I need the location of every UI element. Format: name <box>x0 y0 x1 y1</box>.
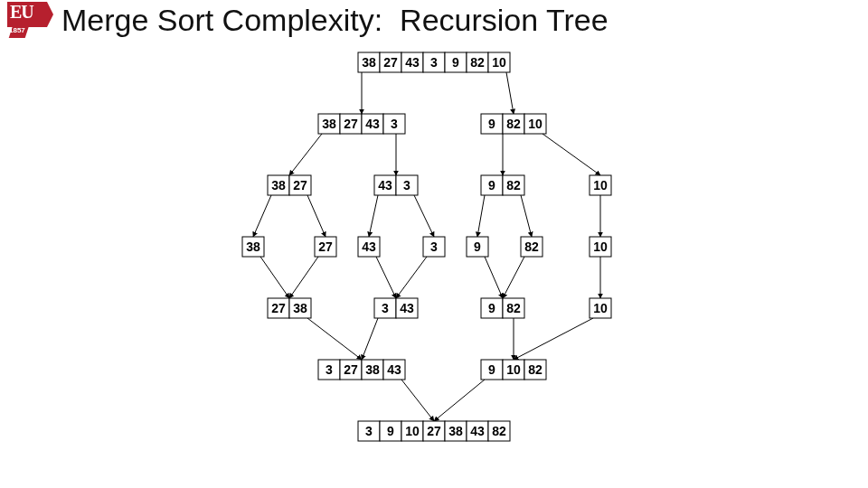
recursion-tree-diagram: 3827433982103827433982103827433982103827… <box>0 40 868 465</box>
tree-node-value: 10 <box>593 178 608 192</box>
tree-edge <box>514 318 593 360</box>
tree-node: 3273843 <box>318 360 405 380</box>
tree-node: 27 <box>315 237 336 257</box>
tree-node: 38 <box>242 237 264 257</box>
tree-edge <box>307 318 362 360</box>
tree-node-value: 10 <box>506 362 521 377</box>
tree-node: 343 <box>374 298 418 318</box>
tree-edge <box>506 72 514 114</box>
tree-node-value: 43 <box>387 362 401 377</box>
tree-node-value: 9 <box>488 117 495 131</box>
tree-node-value: 27 <box>293 178 307 192</box>
tree-node: 3827 <box>268 175 311 195</box>
tree-node-value: 38 <box>271 178 286 192</box>
tree-edge <box>376 257 396 298</box>
tree-node-value: 3 <box>430 55 438 70</box>
tree-node-value: 38 <box>246 239 260 254</box>
tree-node-value: 27 <box>383 55 398 70</box>
tree-edge <box>477 195 485 237</box>
tree-node: 10 <box>590 175 611 195</box>
tree-node: 43 <box>358 237 380 257</box>
tree-node: 9 <box>467 237 488 257</box>
tree-edge <box>369 195 378 237</box>
tree-node-value: 27 <box>344 117 358 131</box>
tree-edge <box>289 257 318 298</box>
tree-node-value: 38 <box>448 424 463 438</box>
tree-node-value: 43 <box>470 424 485 438</box>
tree-node: 433 <box>374 175 418 195</box>
tree-node: 98210 <box>481 114 546 134</box>
tree-node-value: 10 <box>405 424 420 438</box>
tree-node-value: 10 <box>593 239 608 254</box>
university-logo: EU 1857 <box>7 2 56 40</box>
tree-node-value: 43 <box>378 178 392 192</box>
tree-node-value: 43 <box>362 239 376 254</box>
tree-node-value: 38 <box>362 55 376 70</box>
tree-node: 982 <box>481 175 524 195</box>
logo-letters: EU <box>10 3 33 21</box>
tree-edge <box>485 257 503 298</box>
tree-node-value: 10 <box>528 117 542 131</box>
tree-node-value: 3 <box>382 301 389 315</box>
tree-edge <box>401 380 434 421</box>
tree-node-value: 43 <box>400 301 414 315</box>
slide-title: Merge Sort Complexity: Recursion Tree <box>61 4 609 37</box>
tree-node-value: 9 <box>488 362 495 377</box>
tree-node-value: 9 <box>387 424 394 438</box>
tree-node: 3 <box>423 237 445 257</box>
tree-edge <box>396 257 427 298</box>
tree-edge <box>434 380 485 421</box>
tree-node: 3827433 <box>318 114 405 134</box>
tree-node-value: 27 <box>271 301 286 315</box>
tree-node-value: 82 <box>506 117 521 131</box>
tree-node: 91082 <box>481 360 546 380</box>
tree-edge <box>362 318 378 360</box>
tree-node-value: 27 <box>318 239 333 254</box>
tree-edge <box>253 195 271 237</box>
tree-node: 982 <box>481 298 524 318</box>
tree-node-value: 27 <box>427 424 441 438</box>
slide-header: EU 1857 Merge Sort Complexity: Recursion… <box>0 0 868 40</box>
tree-node-value: 9 <box>474 239 481 254</box>
tree-node-value: 3 <box>365 424 373 438</box>
tree-node-value: 82 <box>492 424 506 438</box>
tree-edge <box>521 195 532 237</box>
logo-year: 1857 <box>9 27 25 34</box>
tree-node-value: 10 <box>492 55 506 70</box>
tree-node-value: 3 <box>430 239 438 254</box>
tree-node: 2738 <box>268 298 311 318</box>
tree-node-value: 82 <box>506 178 521 192</box>
recursion-tree-svg: 3827433982103827433982103827433982103827… <box>154 40 714 465</box>
tree-node-value: 82 <box>506 301 521 315</box>
tree-node: 10 <box>590 237 611 257</box>
tree-node: 82 <box>521 237 542 257</box>
tree-node-value: 9 <box>488 301 495 315</box>
tree-node-value: 43 <box>365 117 380 131</box>
tree-node-value: 82 <box>528 362 542 377</box>
tree-edge <box>289 134 322 175</box>
tree-node: 391027384382 <box>358 421 510 441</box>
tree-node-value: 10 <box>593 301 608 315</box>
tree-node: 382743398210 <box>358 52 510 72</box>
tree-node-value: 43 <box>405 55 420 70</box>
tree-node-value: 9 <box>488 178 495 192</box>
tree-node-value: 3 <box>403 178 410 192</box>
tree-edge <box>260 257 289 298</box>
tree-node-value: 9 <box>452 55 459 70</box>
tree-node: 10 <box>590 298 611 318</box>
tree-node-value: 27 <box>344 362 358 377</box>
tree-edge <box>307 195 326 237</box>
tree-node-value: 38 <box>322 117 336 131</box>
tree-edge <box>503 257 524 298</box>
tree-node-value: 82 <box>524 239 539 254</box>
tree-edge <box>414 195 434 237</box>
tree-node-value: 38 <box>365 362 380 377</box>
tree-node-value: 3 <box>391 117 398 131</box>
tree-node-value: 38 <box>293 301 307 315</box>
tree-edge <box>542 134 600 175</box>
tree-node-value: 82 <box>470 55 485 70</box>
tree-node-value: 3 <box>326 362 333 377</box>
